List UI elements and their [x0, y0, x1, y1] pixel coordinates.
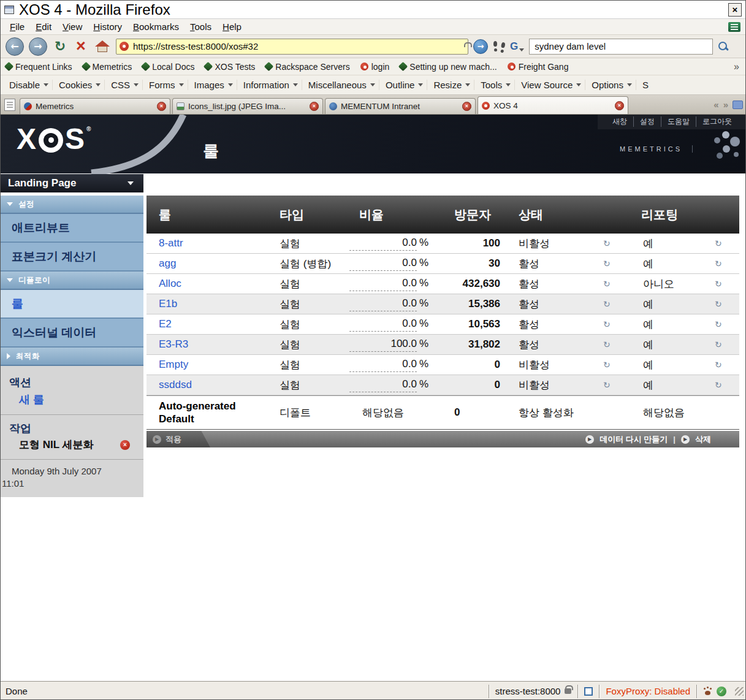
link-help[interactable]: 도움말	[661, 116, 696, 127]
rule-link[interactable]: E2	[147, 318, 172, 330]
tab-xos4-active[interactable]: XOS 4 ×	[478, 96, 628, 114]
page-icon[interactable]	[4, 99, 15, 111]
foxyproxy-status[interactable]: FoxyProxy: Disabled	[599, 685, 696, 698]
rule-link[interactable]: E3-R3	[147, 338, 188, 350]
menu-history[interactable]: History	[88, 20, 128, 33]
rate-value[interactable]: 0.0	[349, 358, 417, 372]
tab-scroll-left-icon[interactable]: «	[714, 99, 718, 110]
menu-file[interactable]: File	[4, 20, 30, 33]
devbar-tools[interactable]: Tools	[477, 80, 515, 90]
toggle-reporting-icon[interactable]: ↻	[715, 319, 722, 329]
bookmark-rackspace-servers[interactable]: Rackspace Servers	[265, 62, 349, 72]
toggle-status-icon[interactable]: ↻	[603, 360, 611, 370]
sidebar-item-sample-size-calculator[interactable]: 표본크기 계산기	[1, 243, 143, 272]
rate-value[interactable]: 0.0	[349, 378, 417, 392]
toggle-status-icon[interactable]: ↻	[603, 299, 611, 309]
devbar-cookies[interactable]: Cookies	[55, 80, 105, 90]
url-input[interactable]	[116, 39, 468, 55]
tab-mementum-intranet[interactable]: MEMENTUM Intranet ×	[325, 98, 476, 114]
rate-value[interactable]: 0.0	[349, 318, 417, 332]
sidebar-item-external-data[interactable]: 익스터널 데이터	[1, 319, 143, 348]
toggle-status-icon[interactable]: ↻	[603, 340, 611, 349]
bookmark-xos-tests[interactable]: XOS Tests	[205, 62, 255, 72]
sidebar-section-optimization[interactable]: 최적화	[1, 348, 143, 366]
toggle-reporting-icon[interactable]: ↻	[715, 259, 722, 268]
landing-page-selector[interactable]: Landing Page	[1, 174, 143, 192]
rule-link[interactable]: ssddsd	[147, 379, 192, 390]
foxyproxy-paw[interactable]: ✓	[696, 685, 733, 698]
rate-value[interactable]: 0.0	[349, 237, 417, 251]
sidebar-item-rules[interactable]: 룰	[1, 290, 143, 319]
search-engine-selector[interactable]: G	[510, 41, 524, 51]
devbar-outline[interactable]: Outline	[382, 80, 428, 90]
rule-link[interactable]: Alloc	[147, 278, 181, 289]
toggle-reporting-icon[interactable]: ↻	[715, 238, 722, 248]
toggle-status-icon[interactable]: ↻	[603, 279, 611, 289]
devbar-disable[interactable]: Disable	[6, 80, 53, 90]
sidebar-section-deploy[interactable]: 디플로이	[1, 272, 143, 290]
menu-bookmarks[interactable]: Bookmarks	[128, 20, 185, 33]
link-settings[interactable]: 설정	[633, 116, 661, 127]
tab-close-icon[interactable]: ×	[462, 102, 471, 111]
books-icon[interactable]	[728, 22, 740, 32]
tab-close-icon[interactable]: ×	[310, 102, 319, 111]
toggle-status-icon[interactable]: ↻	[603, 238, 611, 248]
remove-task-icon[interactable]: ×	[120, 440, 130, 450]
bookmark-local-docs[interactable]: Local Docs	[142, 62, 194, 72]
sidebar-item-attribute[interactable]: 애트리뷰트	[1, 214, 143, 243]
rate-value[interactable]: 0.0	[349, 277, 417, 291]
foxyproxy-toolbar-icon[interactable]	[493, 40, 505, 53]
task-item[interactable]: 모형 NIL 세분화 ×	[1, 436, 143, 454]
stop-button[interactable]: ×	[73, 38, 89, 55]
menu-view[interactable]: View	[57, 20, 88, 33]
link-new-window[interactable]: 새창	[606, 116, 633, 127]
menu-help[interactable]: Help	[217, 20, 247, 33]
tab-list-icon[interactable]	[733, 101, 743, 109]
rule-link[interactable]: 8-attr	[147, 237, 183, 249]
devbar-resize[interactable]: Resize	[430, 80, 474, 90]
search-icon[interactable]	[718, 41, 729, 52]
rule-link[interactable]: E1b	[147, 298, 177, 310]
toggle-status-icon[interactable]: ↻	[603, 380, 611, 390]
toggle-status-icon[interactable]: ↻	[603, 319, 611, 329]
bookmark-freight-gang[interactable]: Freight Gang	[508, 62, 569, 72]
menu-edit[interactable]: Edit	[30, 20, 57, 33]
tab-close-icon[interactable]: ×	[157, 102, 166, 111]
go-button[interactable]: →	[473, 39, 488, 54]
reload-button[interactable]: ↻	[52, 38, 68, 55]
rate-value[interactable]: 0.0	[349, 297, 417, 311]
delete-button[interactable]: 삭제	[695, 434, 711, 445]
rate-value[interactable]: 100.0	[349, 338, 417, 352]
devbar-images[interactable]: Images	[191, 80, 237, 90]
bookmark-memetrics[interactable]: Memetrics	[83, 62, 132, 72]
tab-close-icon[interactable]: ×	[615, 101, 624, 110]
link-logout[interactable]: 로그아웃	[696, 116, 738, 127]
search-input[interactable]	[529, 39, 713, 55]
bookmark-frequent-links[interactable]: Frequent Links	[6, 62, 72, 72]
bookmark-setting-up[interactable]: Setting up new mach...	[400, 62, 497, 72]
regenerate-data-button[interactable]: 데이터 다시 만들기	[599, 434, 668, 445]
window-close-icon[interactable]: ×	[728, 3, 742, 17]
devbar-options[interactable]: Options	[588, 80, 636, 90]
toggle-reporting-icon[interactable]: ↻	[715, 380, 722, 390]
toggle-reporting-icon[interactable]: ↻	[715, 299, 722, 309]
new-rule-link[interactable]: 새 룰	[1, 390, 143, 409]
devbar-css[interactable]: CSS	[107, 80, 143, 90]
devbar-miscellaneous[interactable]: Miscellaneous	[305, 80, 379, 90]
home-button[interactable]	[94, 39, 111, 55]
devbar-information[interactable]: Information	[240, 80, 302, 90]
rule-link[interactable]: agg	[147, 257, 176, 269]
toggle-status-icon[interactable]: ↻	[603, 259, 611, 268]
toggle-reporting-icon[interactable]: ↻	[715, 279, 722, 289]
toggle-reporting-icon[interactable]: ↻	[715, 340, 722, 349]
bookmark-login[interactable]: login	[360, 62, 390, 72]
devbar-view-source[interactable]: View Source	[517, 80, 585, 90]
apply-button[interactable]: ▶ 적용	[147, 431, 210, 447]
resize-grip[interactable]	[735, 687, 744, 696]
menu-tools[interactable]: Tools	[185, 20, 217, 33]
extension-indicator[interactable]	[577, 685, 599, 698]
forward-button[interactable]: →	[29, 37, 47, 56]
sidebar-section-settings[interactable]: 설정	[1, 196, 143, 214]
tab-scroll-right-icon[interactable]: »	[723, 99, 728, 110]
rate-value[interactable]: 0.0	[349, 257, 417, 271]
